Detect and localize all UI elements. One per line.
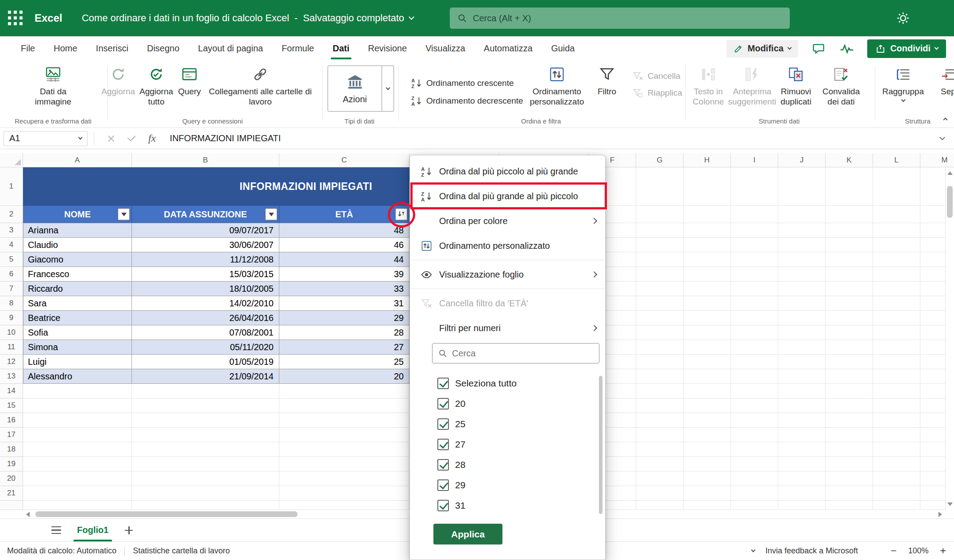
cell-I20[interactable] (731, 471, 778, 486)
cell-L16[interactable] (873, 413, 920, 428)
cell-H14[interactable] (684, 384, 731, 398)
filter-value-25[interactable]: 25 (410, 414, 605, 434)
search-input[interactable] (473, 13, 783, 23)
share-button[interactable]: Condividi (867, 39, 946, 58)
cell-G16[interactable] (636, 413, 684, 428)
hire-date-cell[interactable]: 15/03/2015 (132, 267, 279, 282)
cell-H7[interactable] (684, 282, 731, 296)
age-cell[interactable]: 46 (279, 238, 409, 252)
workbook-links-button[interactable]: Collegamenti alle cartelle di lavoro (205, 64, 316, 116)
cell-J5[interactable] (778, 252, 826, 267)
row-header-3[interactable]: 3 (0, 223, 23, 238)
cell-I7[interactable] (731, 282, 778, 296)
row-header-6[interactable]: 6 (0, 267, 23, 282)
cell-G22[interactable] (636, 501, 684, 510)
hire-date-cell[interactable]: 05/11/2020 (132, 340, 279, 355)
cell-A22[interactable] (23, 501, 132, 510)
cell-K21[interactable] (826, 486, 873, 501)
tab-visualizza[interactable]: Visualizza (416, 36, 475, 61)
cell-L12[interactable] (873, 355, 920, 369)
cell-B17[interactable] (132, 428, 279, 442)
cell-B18[interactable] (132, 442, 279, 457)
employee-name-cell[interactable]: Arianna (23, 223, 132, 238)
cell-L21[interactable] (873, 486, 920, 501)
row-header-21[interactable]: 21 (0, 486, 23, 501)
cell-C20[interactable] (279, 471, 409, 486)
cell-K13[interactable] (826, 369, 873, 384)
employee-name-cell[interactable]: Luigi (23, 355, 132, 369)
cell-I6[interactable] (731, 267, 778, 282)
cell-K4[interactable] (826, 238, 873, 252)
confirm-entry-icon[interactable] (127, 133, 135, 141)
employee-name-cell[interactable]: Beatrice (23, 311, 132, 325)
cell-G4[interactable] (636, 238, 684, 252)
expand-formula-bar-icon[interactable] (939, 135, 945, 140)
row-header-15[interactable]: 15 (0, 398, 23, 413)
cell-C22[interactable] (279, 501, 409, 510)
row-header-7[interactable]: 7 (0, 282, 23, 296)
col-header-j[interactable]: J (778, 153, 826, 167)
tab-inserisci[interactable]: Inserisci (87, 36, 138, 61)
cell-G11[interactable] (636, 340, 684, 355)
cell-K17[interactable] (826, 428, 873, 442)
scroll-up-icon[interactable] (947, 171, 953, 175)
scroll-down-icon[interactable] (947, 502, 953, 506)
row-header-14[interactable]: 14 (0, 384, 23, 398)
cell-H2[interactable] (684, 206, 731, 223)
ungroup-button[interactable]: Sep (928, 64, 954, 116)
app-name[interactable]: Excel (35, 12, 62, 24)
hire-date-cell[interactable]: 11/12/2008 (132, 252, 279, 267)
cell-L1[interactable] (873, 167, 920, 206)
cell-C17[interactable] (279, 428, 409, 442)
employee-name-cell[interactable]: Alessandro (23, 369, 132, 384)
age-cell[interactable]: 39 (279, 267, 409, 282)
cell-B16[interactable] (132, 413, 279, 428)
employee-name-cell[interactable]: Claudio (23, 238, 132, 252)
cell-L20[interactable] (873, 471, 920, 486)
col-header-i[interactable]: I (731, 153, 778, 167)
data-types-gallery[interactable]: Azioni (328, 66, 394, 112)
data-validation-button[interactable]: Convalida dei dati (818, 64, 864, 116)
cell-K15[interactable] (826, 398, 873, 413)
activity-button[interactable] (839, 41, 855, 57)
cell-J17[interactable] (778, 428, 826, 442)
row-header-20[interactable]: 20 (0, 471, 23, 486)
app-launcher-icon[interactable] (8, 11, 23, 26)
cell-K1[interactable] (826, 167, 873, 206)
menu-item-visualizzazione-foglio[interactable]: Visualizzazione foglio (410, 262, 605, 287)
hire-date-cell[interactable]: 07/08/2001 (132, 325, 279, 340)
refresh-all-button[interactable]: Aggiorna tutto (135, 64, 177, 116)
cell-H9[interactable] (684, 311, 731, 325)
checkbox-checked-icon[interactable] (437, 459, 449, 471)
age-cell[interactable]: 20 (279, 369, 409, 384)
cell-L11[interactable] (873, 340, 920, 355)
row-header-12[interactable]: 12 (0, 355, 23, 369)
cell-L4[interactable] (873, 238, 920, 252)
tab-dati[interactable]: Dati (324, 36, 359, 61)
feedback-link[interactable]: Invia feedback a Microsoft (765, 546, 858, 556)
tab-guida[interactable]: Guida (542, 36, 584, 61)
zoom-out-button[interactable]: − (890, 545, 897, 557)
cell-I9[interactable] (731, 311, 778, 325)
checkbox-checked-icon[interactable] (437, 398, 449, 409)
tab-formule[interactable]: Formule (272, 36, 323, 61)
menu-item-filtri-per-numeri[interactable]: Filtri per numeri (410, 316, 605, 340)
cell-H16[interactable] (684, 413, 731, 428)
hire-date-cell[interactable]: 21/09/2014 (132, 369, 279, 384)
cell-L19[interactable] (873, 457, 920, 471)
cell-H1[interactable] (684, 167, 731, 206)
cell-J11[interactable] (778, 340, 826, 355)
filter-value-seleziona-tutto[interactable]: Seleziona tutto (410, 373, 605, 394)
cell-A18[interactable] (23, 442, 132, 457)
cell-I11[interactable] (731, 340, 778, 355)
cell-H3[interactable] (684, 223, 731, 238)
cell-I21[interactable] (731, 486, 778, 501)
cell-C14[interactable] (279, 384, 409, 398)
cell-G8[interactable] (636, 296, 684, 311)
cell-G20[interactable] (636, 471, 684, 486)
cell-K14[interactable] (826, 384, 873, 398)
formula-input[interactable]: INFORMAZIONI IMPIEGATI (170, 133, 281, 143)
cell-K12[interactable] (826, 355, 873, 369)
cell-C16[interactable] (279, 413, 409, 428)
cell-A16[interactable] (23, 413, 132, 428)
